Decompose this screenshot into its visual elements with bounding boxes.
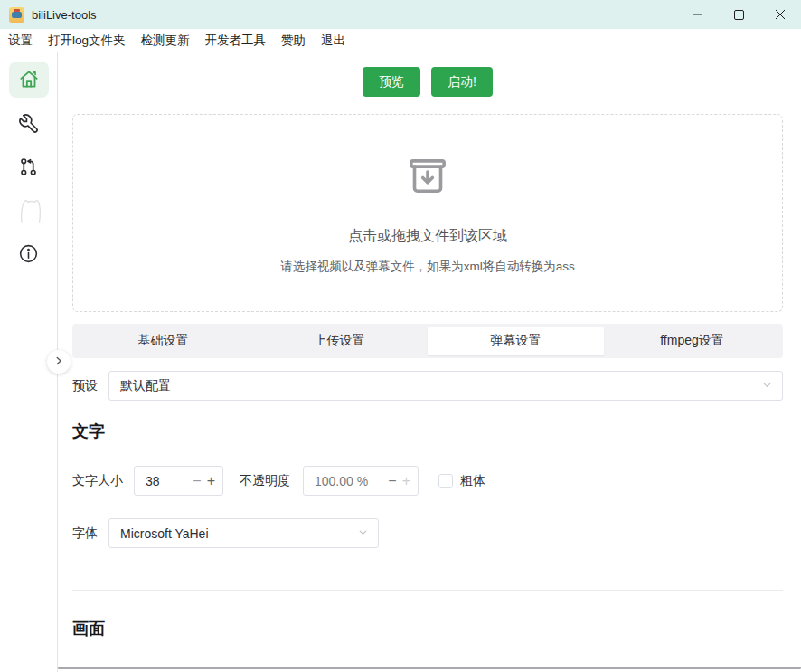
home-icon — [17, 68, 41, 91]
font-family-label: 字体 — [72, 525, 98, 542]
sidebar-item-tools[interactable] — [9, 105, 49, 141]
menu-item-check-update[interactable]: 检测更新 — [140, 31, 191, 51]
tab-upload-settings[interactable]: 上传设置 — [251, 327, 428, 355]
opacity-label: 不透明度 — [240, 473, 290, 489]
app-icon — [9, 7, 24, 23]
dropzone-main-text: 点击或拖拽文件到该区域 — [348, 227, 507, 246]
chevron-right-icon — [53, 354, 64, 370]
titlebar: biliLive-tools — [0, 0, 801, 29]
settings-tabs: 基础设置 上传设置 弹幕设置 ffmpeg设置 — [72, 324, 783, 358]
preset-select[interactable]: 默认配置 — [108, 371, 783, 401]
font-size-decrease-button[interactable]: − — [193, 474, 201, 488]
menu-item-devtools[interactable]: 开发者工具 — [204, 31, 268, 51]
font-size-label: 文字大小 — [72, 473, 123, 489]
bold-checkbox[interactable] — [438, 474, 453, 488]
preview-button[interactable]: 预览 — [363, 67, 420, 97]
tab-danmaku-settings[interactable]: 弹幕设置 — [428, 327, 604, 355]
action-buttons: 预览 启动! — [72, 67, 783, 97]
chevron-down-icon — [761, 379, 773, 393]
info-icon — [17, 242, 40, 265]
wrench-icon — [17, 112, 40, 135]
sidebar-item-about[interactable] — [9, 235, 49, 271]
menu-item-exit[interactable]: 退出 — [320, 31, 346, 51]
start-button[interactable]: 启动! — [431, 67, 493, 97]
faint-shape-icon — [15, 194, 42, 225]
main-content: 预览 启动! 点击或拖拽文件到该区域 请选择视频以及弹幕文件，如果为xml将自动… — [58, 52, 801, 672]
font-size-input[interactable]: − + — [134, 466, 223, 496]
window-title: biliLive-tools — [32, 8, 97, 22]
chevron-down-icon — [357, 526, 369, 541]
section-divider — [72, 590, 783, 591]
bold-label: 粗体 — [460, 473, 485, 489]
minimize-button[interactable] — [676, 0, 718, 29]
sidebar-item-home[interactable] — [9, 62, 49, 98]
dropzone-hint-text: 请选择视频以及弹幕文件，如果为xml将自动转换为ass — [280, 259, 575, 275]
sidebar-item-misc[interactable] — [9, 192, 49, 228]
font-size-value[interactable] — [135, 474, 193, 488]
sidebar-collapse-button[interactable] — [47, 350, 71, 374]
menu-item-settings[interactable]: 设置 — [7, 31, 33, 51]
opacity-decrease-button[interactable]: − — [388, 474, 396, 488]
font-family-select[interactable]: Microsoft YaHei — [108, 518, 379, 548]
opacity-value[interactable] — [304, 474, 388, 488]
font-size-increase-button[interactable]: + — [207, 474, 215, 488]
menubar: 设置 打开log文件夹 检测更新 开发者工具 赞助 退出 — [0, 29, 801, 52]
horizontal-scrollbar[interactable] — [58, 667, 801, 669]
close-button[interactable] — [759, 0, 801, 29]
preset-label: 预设 — [72, 378, 98, 394]
maximize-button[interactable] — [718, 0, 759, 29]
opacity-increase-button[interactable]: + — [402, 474, 410, 488]
inbox-download-icon — [401, 151, 454, 207]
menu-item-open-log-folder[interactable]: 打开log文件夹 — [47, 31, 127, 51]
app-window: biliLive-tools 设置 打开log文件夹 检测更新 开发者工具 赞助… — [0, 0, 801, 672]
font-family-value: Microsoft YaHei — [120, 526, 357, 541]
preset-select-value: 默认配置 — [120, 378, 761, 394]
menu-item-sponsor[interactable]: 赞助 — [280, 31, 306, 51]
tab-ffmpeg-settings[interactable]: ffmpeg设置 — [604, 327, 780, 355]
opacity-input[interactable]: − + — [303, 466, 419, 496]
tab-basic-settings[interactable]: 基础设置 — [75, 327, 251, 355]
text-section-title: 文字 — [72, 421, 783, 442]
canvas-section-title: 画面 — [72, 618, 783, 639]
file-dropzone[interactable]: 点击或拖拽文件到该区域 请选择视频以及弹幕文件，如果为xml将自动转换为ass — [72, 114, 783, 312]
git-compare-icon — [17, 156, 40, 178]
sidebar-item-convert[interactable] — [9, 148, 49, 185]
